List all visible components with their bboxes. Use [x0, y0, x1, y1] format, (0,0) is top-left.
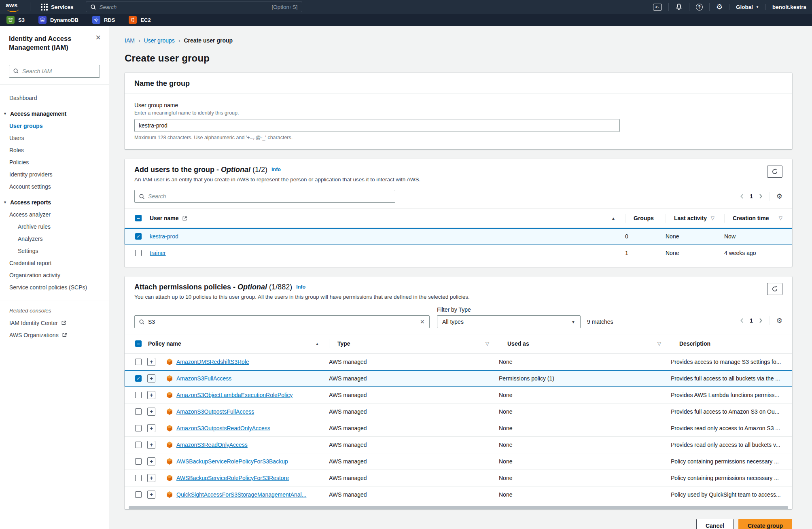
cloudshell-button[interactable]: >.: [647, 3, 668, 11]
expand-row-icon[interactable]: +: [147, 441, 155, 449]
account-menu[interactable]: benoit.kestra: [765, 4, 806, 10]
filter-type-select[interactable]: All types ▼: [437, 315, 581, 328]
settings-button[interactable]: ⚙: [709, 3, 729, 11]
description-value: Provides read only access to Amazon S3 .…: [671, 420, 792, 436]
sidebar-section-access-reports[interactable]: ▼ Access reports: [0, 196, 109, 208]
row-checkbox[interactable]: [135, 359, 142, 365]
policy-link[interactable]: AmazonS3ObjectLambdaExecutionRolePolicy: [176, 392, 293, 398]
page-number: 1: [750, 317, 753, 324]
sidebar-item-iam-identity-center[interactable]: IAM Identity Center: [0, 317, 109, 329]
expand-row-icon[interactable]: +: [147, 457, 155, 465]
policy-link[interactable]: AWSBackupServiceRolePolicyForS3Restore: [176, 475, 289, 481]
sidebar-item-access-analyzer[interactable]: Access analyzer: [0, 208, 109, 221]
table-settings-gear-icon[interactable]: ⚙: [776, 317, 782, 324]
filter-icon[interactable]: ▽: [657, 341, 661, 346]
col-policy-name: Policy name: [148, 340, 181, 347]
close-icon[interactable]: ×: [95, 34, 101, 41]
sidebar-item-policies[interactable]: Policies: [0, 156, 109, 168]
create-group-button[interactable]: Create group: [738, 519, 792, 529]
sidebar-item-roles[interactable]: Roles: [0, 144, 109, 156]
row-checkbox[interactable]: [135, 392, 142, 398]
previous-page-icon[interactable]: [740, 193, 744, 199]
add-users-description: An IAM user is an entity that you create…: [134, 176, 420, 183]
sidebar-item-user-groups[interactable]: User groups: [0, 120, 109, 132]
expand-row-icon[interactable]: +: [147, 408, 155, 416]
sidebar-item-scps[interactable]: Service control policies (SCPs): [0, 281, 109, 293]
sidebar-item-dashboard[interactable]: Dashboard: [0, 92, 109, 104]
favorite-rds[interactable]: RDS: [92, 16, 115, 24]
policy-link[interactable]: AmazonS3ReadOnlyAccess: [176, 442, 248, 448]
row-checkbox[interactable]: [135, 458, 142, 465]
row-checkbox[interactable]: [135, 475, 142, 481]
row-checkbox[interactable]: [135, 250, 142, 256]
table-row: + AmazonS3FullAccess AWS managed Permiss…: [125, 370, 792, 387]
horizontal-scrollbar[interactable]: [129, 506, 788, 509]
sidebar-item-users[interactable]: Users: [0, 132, 109, 144]
external-link-icon: [61, 320, 66, 325]
policies-search-input[interactable]: [148, 319, 416, 325]
expand-row-icon[interactable]: +: [147, 391, 155, 399]
sidebar-item-credential-report[interactable]: Credential report: [0, 257, 109, 269]
user-group-name-input[interactable]: [134, 119, 620, 132]
sidebar-item-settings[interactable]: Settings: [0, 245, 109, 257]
refresh-policies-button[interactable]: [767, 283, 782, 295]
help-button[interactable]: ?: [689, 3, 709, 11]
expand-row-icon[interactable]: +: [147, 474, 155, 482]
breadcrumb-iam[interactable]: IAM: [125, 37, 135, 44]
row-checkbox[interactable]: [135, 425, 142, 431]
services-menu-button[interactable]: Services: [36, 0, 78, 14]
expand-row-icon[interactable]: +: [147, 358, 155, 366]
row-checkbox[interactable]: [135, 375, 142, 382]
global-search-input[interactable]: Search [Option+S]: [86, 2, 302, 12]
managed-policy-icon: [166, 391, 173, 399]
filter-icon[interactable]: ▽: [486, 341, 489, 346]
sort-ascending-icon[interactable]: ▲: [611, 216, 615, 221]
info-link[interactable]: Info: [271, 167, 281, 172]
select-all-policies-checkbox[interactable]: [135, 340, 142, 347]
policy-link[interactable]: AmazonDMSRedshiftS3Role: [176, 359, 249, 365]
sidebar-section-access-management[interactable]: ▼ Access management: [0, 107, 109, 120]
filter-icon[interactable]: ▽: [711, 215, 714, 221]
sidebar-item-analyzers[interactable]: Analyzers: [0, 233, 109, 245]
next-page-icon[interactable]: [759, 193, 763, 199]
managed-policy-icon: [166, 474, 173, 482]
favorite-s3[interactable]: S3: [6, 16, 25, 24]
row-checkbox[interactable]: [135, 233, 142, 240]
users-search-input[interactable]: [148, 193, 391, 200]
sidebar-item-aws-organizations[interactable]: AWS Organizations: [0, 329, 109, 341]
sidebar-item-identity-providers[interactable]: Identity providers: [0, 168, 109, 181]
sidebar-item-organization-activity[interactable]: Organization activity: [0, 269, 109, 281]
filter-icon[interactable]: ▽: [779, 215, 782, 221]
expand-row-icon[interactable]: +: [147, 374, 155, 382]
next-page-icon[interactable]: [759, 318, 763, 323]
policy-link[interactable]: AmazonS3OutpostsFullAccess: [176, 408, 254, 415]
sidebar-item-archive-rules[interactable]: Archive rules: [0, 221, 109, 233]
policy-link[interactable]: AmazonS3OutpostsReadOnlyAccess: [176, 425, 270, 431]
select-all-users-checkbox[interactable]: [135, 215, 142, 221]
region-selector[interactable]: Global ▼: [729, 4, 765, 10]
user-link[interactable]: kestra-prod: [150, 233, 178, 240]
previous-page-icon[interactable]: [740, 318, 744, 323]
row-checkbox[interactable]: [135, 491, 142, 498]
user-link[interactable]: trainer: [150, 250, 166, 256]
refresh-users-button[interactable]: [767, 166, 782, 178]
policy-link[interactable]: AmazonS3FullAccess: [176, 375, 231, 382]
table-settings-gear-icon[interactable]: ⚙: [776, 193, 782, 200]
sort-ascending-icon[interactable]: ▲: [315, 342, 319, 346]
cancel-button[interactable]: Cancel: [696, 519, 734, 529]
favorite-dynamodb[interactable]: DynamoDB: [38, 16, 78, 24]
expand-row-icon[interactable]: +: [147, 424, 155, 432]
row-checkbox[interactable]: [135, 408, 142, 415]
row-checkbox[interactable]: [135, 442, 142, 448]
sidebar-item-account-settings[interactable]: Account settings: [0, 181, 109, 193]
policy-link[interactable]: AWSBackupServiceRolePolicyForS3Backup: [176, 458, 288, 465]
notifications-button[interactable]: [668, 3, 689, 11]
policy-link[interactable]: QuickSightAccessForS3StorageManagementAn…: [176, 491, 306, 498]
breadcrumb-user-groups[interactable]: User groups: [144, 37, 175, 44]
iam-search-input[interactable]: Search IAM: [9, 65, 100, 78]
clear-search-icon[interactable]: ×: [419, 318, 425, 325]
info-link[interactable]: Info: [296, 284, 305, 290]
expand-row-icon[interactable]: +: [147, 491, 155, 499]
aws-logo[interactable]: aws: [6, 2, 23, 12]
favorite-ec2[interactable]: EC2: [129, 16, 151, 24]
